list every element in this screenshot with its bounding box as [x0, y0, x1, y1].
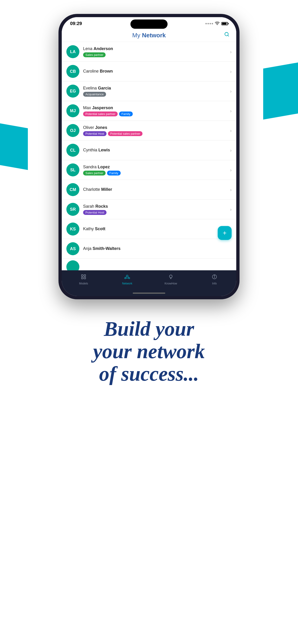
app-content: My Network LALena AndersonSales partner›… [62, 28, 236, 270]
tag-sales: Sales partner [83, 170, 106, 176]
avatar: CB [66, 65, 79, 78]
chevron-icon: › [230, 108, 232, 114]
contact-item[interactable]: MJMax JaspersonPotential sales partnerFa… [62, 101, 236, 121]
svg-rect-5 [82, 277, 83, 279]
wifi-icon [215, 21, 219, 26]
contact-item[interactable]: LALena AndersonSales partner› [62, 42, 236, 62]
phone-inner: 09:29 [62, 17, 236, 296]
knowhow-label: KnowHow [165, 282, 177, 285]
info-icon [212, 274, 217, 281]
svg-rect-4 [84, 275, 86, 276]
nav-item-models[interactable]: Models [62, 273, 105, 286]
home-bar [133, 292, 165, 294]
phone-mockup: 09:29 [59, 14, 239, 299]
chevron-icon: › [230, 148, 232, 153]
contact-name: Kathy Scott [83, 226, 228, 232]
chevron-icon: › [230, 128, 232, 133]
contact-item[interactable]: CLCynthia Lewis› [62, 140, 236, 160]
tagline-line1: Build your [93, 318, 205, 340]
dot4 [212, 23, 213, 24]
avatar: SL [66, 164, 79, 176]
nav-item-info[interactable]: Info [193, 273, 236, 286]
app-header: My Network [62, 28, 236, 42]
nav-item-network[interactable]: Network [105, 273, 149, 286]
contact-info: Cynthia Lewis [83, 148, 228, 153]
tagline-line2: your network [93, 340, 205, 363]
tag-acquaintance: Acquaintance [83, 92, 106, 97]
deco-teal-right [263, 61, 298, 120]
contact-item-partial [62, 259, 236, 270]
contact-name: Caroline Brown [83, 68, 228, 74]
contact-name: Lena Anderson [83, 46, 228, 52]
knowhow-icon [168, 274, 173, 281]
avatar: LA [66, 45, 79, 58]
nav-item-knowhow[interactable]: KnowHow [149, 273, 193, 286]
chevron-icon: › [230, 187, 232, 192]
avatar-partial [66, 260, 79, 270]
network-label: Network [122, 282, 132, 285]
tag-family: Family [107, 170, 120, 176]
svg-point-9 [129, 278, 130, 279]
svg-point-7 [126, 275, 128, 277]
battery-icon [221, 22, 228, 25]
page-title: My Network [132, 32, 166, 39]
avatar: EG [66, 84, 79, 98]
contact-item[interactable]: SLSandra LopezSales partnerFamily› [62, 160, 236, 180]
chevron-icon: › [230, 88, 232, 94]
contact-info: Caroline Brown [83, 68, 228, 74]
network-icon [124, 274, 130, 281]
contact-item[interactable]: KSKathy Scott› [62, 219, 236, 239]
models-label: Models [79, 282, 88, 285]
contact-info: Kathy Scott [83, 226, 228, 232]
svg-line-11 [128, 276, 129, 278]
tagline: Build your your network of success... [93, 318, 205, 385]
contact-name: Evelina Garcia [83, 86, 228, 91]
status-icons [205, 21, 228, 26]
avatar: OJ [66, 124, 79, 137]
avatar: CL [66, 144, 79, 157]
tag-potential-host: Potential Host [83, 131, 107, 136]
contact-name: Cynthia Lewis [83, 148, 228, 153]
contact-tags: Sales partnerFamily [83, 170, 228, 176]
contact-info: Oliver JonesPotential HostPotential sale… [83, 125, 228, 136]
contact-name: Max Jasperson [83, 105, 228, 110]
contact-item[interactable]: CBCaroline Brown› [62, 62, 236, 81]
chevron-icon: › [230, 49, 232, 54]
signal-dots [205, 23, 213, 24]
dot3 [210, 23, 211, 24]
contact-name: Sarah Rocks [83, 204, 228, 209]
contact-info: Evelina GarciaAcquaintance [83, 86, 228, 97]
contact-item[interactable]: SRSarah RocksPotential Host› [62, 200, 236, 219]
tag-potential-host: Potential Host [83, 210, 107, 215]
contact-info: Charlotte Miller [83, 187, 228, 192]
tag-potential-sales: Potential sales partner [83, 112, 118, 116]
contact-item[interactable]: CMCharlotte Miller› [62, 180, 236, 200]
tag-family: Family [119, 112, 133, 116]
contact-name: Anja Smith-Walters [83, 246, 228, 251]
contact-info: Lena AndersonSales partner [83, 46, 228, 57]
info-label: Info [212, 282, 217, 285]
search-button[interactable] [224, 32, 229, 38]
avatar: CM [66, 183, 79, 196]
avatar: AS [66, 242, 79, 255]
status-bar: 09:29 [62, 17, 236, 28]
contact-info: Max JaspersonPotential sales partnerFami… [83, 105, 228, 116]
contact-item[interactable]: EGEvelina GarciaAcquaintance› [62, 81, 236, 101]
svg-point-8 [125, 278, 126, 279]
fab-add-button[interactable]: + [218, 226, 232, 240]
dot2 [207, 23, 209, 24]
chevron-icon: › [230, 168, 232, 173]
contact-item[interactable]: ASAnja Smith-Walters+› [62, 239, 236, 259]
contact-info: Sandra LopezSales partnerFamily [83, 164, 228, 176]
svg-line-2 [228, 35, 229, 36]
svg-rect-3 [82, 275, 83, 276]
contact-name: Oliver Jones [83, 125, 228, 130]
deco-teal-left [0, 122, 28, 170]
contact-item[interactable]: OJOliver JonesPotential HostPotential sa… [62, 121, 236, 140]
contact-name: Charlotte Miller [83, 187, 228, 192]
contact-list: LALena AndersonSales partner›CBCaroline … [62, 42, 236, 270]
contact-tags: Potential HostPotential sales partner [83, 131, 228, 136]
contact-tags: Sales partner [83, 52, 228, 57]
status-time: 09:29 [70, 21, 82, 26]
svg-line-10 [126, 276, 127, 278]
